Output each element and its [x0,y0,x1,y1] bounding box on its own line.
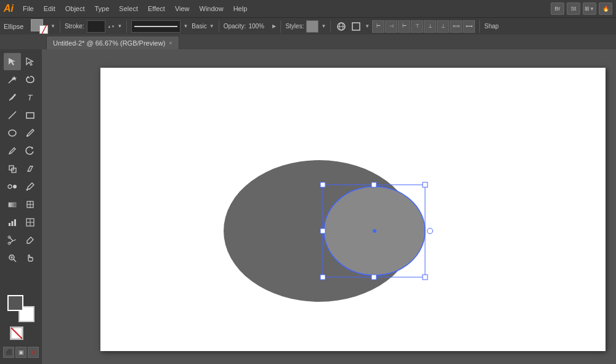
select-tool[interactable] [4,53,21,70]
color-mode-button[interactable]: ⬛ [3,347,14,358]
handle-top-left[interactable] [320,182,325,187]
menubar: Ai File Edit Object Type Select Effect V… [0,0,616,17]
align-to-artboard-icon[interactable] [350,20,362,33]
align-left-button[interactable]: ⊢ [372,20,384,33]
rect-tool[interactable] [22,107,39,124]
stock-button[interactable]: St [567,2,580,15]
magic-wand-tool[interactable] [4,71,21,88]
menu-select[interactable]: Select [115,4,142,14]
scale-tool[interactable] [4,160,21,177]
align-top-button[interactable]: ⊤ [411,20,423,33]
align-dropdown[interactable]: ▼ [365,23,370,29]
align-center-h-button[interactable]: ⊣ [385,20,397,33]
align-right-button[interactable]: ⊢ [398,20,410,33]
sep4 [280,20,281,33]
opacity-value[interactable]: 100% [248,23,270,30]
flame-button[interactable]: 🔥 [599,2,612,15]
basic-dropdown[interactable]: ▼ [209,23,214,29]
slice-tool[interactable] [22,214,39,231]
handle-top-right[interactable] [423,182,428,187]
web-icon[interactable] [335,20,347,33]
sep3 [219,20,219,33]
svg-line-6 [9,111,16,119]
lasso-tool[interactable] [22,71,39,88]
tab-close-button[interactable]: × [169,40,172,46]
lasso-icon [25,75,35,84]
type-tool[interactable]: T [22,89,39,106]
stroke-box[interactable] [10,326,23,340]
scissors-icon [7,235,17,245]
menu-file[interactable]: File [18,4,38,14]
pen-tool[interactable] [4,89,21,106]
direct-select-tool[interactable] [22,53,39,70]
svg-point-13 [13,185,17,188]
tool-row-6 [4,142,39,160]
handle-mid-left[interactable] [320,229,325,233]
handle-bottom-center[interactable] [371,275,376,280]
workspace-button[interactable]: ⊞ ▼ [583,2,596,15]
zoom-tool[interactable] [4,249,21,267]
rotate-tool[interactable] [22,142,39,160]
shear-tool[interactable] [22,160,39,177]
fill-dropdown-arrow[interactable]: ▼ [51,23,55,29]
tool-row-12 [4,249,39,267]
styles-dropdown[interactable]: ▼ [321,23,326,29]
none-mode-button[interactable]: ⊘ [28,347,39,358]
svg-point-8 [9,130,16,136]
menu-effect[interactable]: Effect [144,4,169,14]
gradient-tool[interactable] [4,196,21,213]
stroke-dropdown[interactable]: ▼ [118,23,123,29]
gradient-mode-button[interactable]: ▣ [15,347,26,358]
menu-object[interactable]: Object [61,4,89,14]
handle-bottom-left[interactable] [320,275,325,280]
menu-type[interactable]: Type [91,4,114,14]
menu-view[interactable]: View [171,4,194,14]
stroke-style-preview[interactable] [131,20,180,33]
pencil-icon [7,146,17,156]
globe-svg [336,22,346,31]
brush-tool[interactable] [22,124,39,142]
align-buttons-group: ⊢ ⊣ ⊢ ⊤ ⊥ ⊥ ⟺ ⟷ [372,20,475,33]
scale-icon [7,164,17,174]
fill-none-icon: ╱ [42,26,46,33]
stroke-value-input[interactable] [87,20,105,33]
svg-rect-21 [14,219,16,226]
align-middle-v-button[interactable]: ⊥ [424,20,436,33]
brush-icon [25,128,35,138]
align-bottom-button[interactable]: ⊥ [437,20,449,33]
opacity-arrow-right[interactable]: ▶ [272,23,276,29]
rect-icon [25,110,35,120]
mesh-tool[interactable] [22,196,39,213]
hand-tool[interactable] [22,249,39,267]
svg-point-14 [26,189,28,191]
stroke-none-area [10,326,32,344]
line-tool[interactable] [4,107,21,124]
stroke-style-dropdown[interactable]: ▼ [183,23,188,29]
pen-icon [7,92,17,102]
styles-swatch[interactable] [306,20,318,33]
blend-tool[interactable] [4,178,21,195]
document-tab[interactable]: Untitled-2* @ 66.67% (RGB/Preview) × [46,36,179,49]
scissors-tool[interactable] [4,232,21,249]
ellipse-tool[interactable] [4,124,21,142]
menu-window[interactable]: Window [195,4,228,14]
workspace-icon: ⊞ [585,6,590,12]
stroke-arrows[interactable]: ▲▼ [108,25,115,28]
canvas-area[interactable] [42,49,616,364]
eraser-tool[interactable] [22,232,39,249]
distribute-v-button[interactable]: ⟷ [463,20,475,33]
basic-label: Basic [192,23,206,30]
menu-edit[interactable]: Edit [39,4,60,14]
bridge-button[interactable]: Br [551,2,564,15]
handle-bottom-right[interactable] [423,275,428,280]
fill-swatch[interactable]: ╱ [31,19,48,34]
blend-icon [7,182,17,192]
menu-help[interactable]: Help [229,4,252,14]
pencil-tool[interactable] [4,142,21,160]
eyedropper-tool[interactable] [22,178,39,195]
foreground-color-swatch[interactable] [7,295,23,311]
chart-tool[interactable] [4,214,21,231]
distribute-h-button[interactable]: ⟺ [450,20,462,33]
handle-top-center[interactable] [371,182,376,187]
handle-mid-right-circle[interactable] [428,229,433,234]
